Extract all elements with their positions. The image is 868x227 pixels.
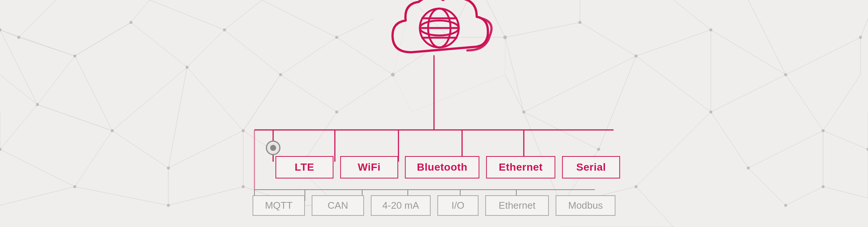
- svg-point-109: [578, 21, 581, 24]
- ethernet-top-box: Ethernet: [486, 156, 555, 178]
- svg-line-33: [150, 0, 224, 30]
- svg-line-47: [580, 22, 636, 56]
- mqtt-box: MQTT: [253, 195, 305, 216]
- svg-point-113: [859, 36, 862, 39]
- svg-line-48: [636, 30, 711, 56]
- svg-point-96: [0, 28, 1, 31]
- svg-point-93: [223, 28, 226, 31]
- lte-label: LTE: [295, 161, 314, 173]
- ethernet-bottom-box: Ethernet: [485, 195, 549, 216]
- can-label: CAN: [328, 200, 348, 211]
- can-box: CAN: [312, 195, 364, 216]
- svg-line-46: [505, 22, 580, 37]
- bottom-row-boxes: MQTT CAN 4-20 mA I/O Ethernet Modbus: [253, 195, 615, 216]
- svg-point-124: [503, 35, 507, 39]
- bluetooth-box: Bluetooth: [405, 156, 479, 178]
- mA-box: 4-20 mA: [371, 195, 431, 216]
- svg-point-95: [335, 36, 338, 39]
- svg-line-37: [337, 19, 374, 37]
- modbus-label: Modbus: [568, 200, 603, 211]
- top-row-boxes: LTE WiFi Bluetooth Ethernet Serial: [275, 156, 620, 178]
- mqtt-label: MQTT: [265, 200, 293, 211]
- ethernet-bottom-label: Ethernet: [499, 200, 535, 211]
- svg-line-12: [75, 22, 131, 56]
- io-box: I/O: [437, 195, 479, 216]
- svg-line-34: [19, 0, 56, 37]
- serial-label: Serial: [576, 161, 606, 173]
- svg-point-108: [17, 36, 20, 39]
- svg-point-111: [709, 28, 712, 31]
- svg-point-148: [270, 145, 276, 151]
- svg-line-78: [673, 0, 711, 30]
- modbus-box: Modbus: [556, 195, 615, 216]
- svg-line-31: [0, 30, 19, 37]
- io-label: I/O: [452, 200, 465, 211]
- lte-box: LTE: [275, 156, 333, 178]
- svg-line-51: [861, 19, 868, 37]
- svg-point-91: [129, 21, 132, 24]
- svg-line-30: [19, 37, 75, 56]
- svg-line-35: [224, 0, 262, 30]
- mA-label: 4-20 mA: [382, 200, 419, 211]
- wifi-label: WiFi: [358, 161, 380, 173]
- ethernet-top-label: Ethernet: [499, 161, 543, 173]
- bluetooth-label: Bluetooth: [417, 161, 467, 173]
- svg-line-32: [131, 0, 150, 22]
- svg-line-36: [262, 0, 337, 37]
- wifi-box: WiFi: [340, 156, 398, 178]
- serial-box: Serial: [562, 156, 620, 178]
